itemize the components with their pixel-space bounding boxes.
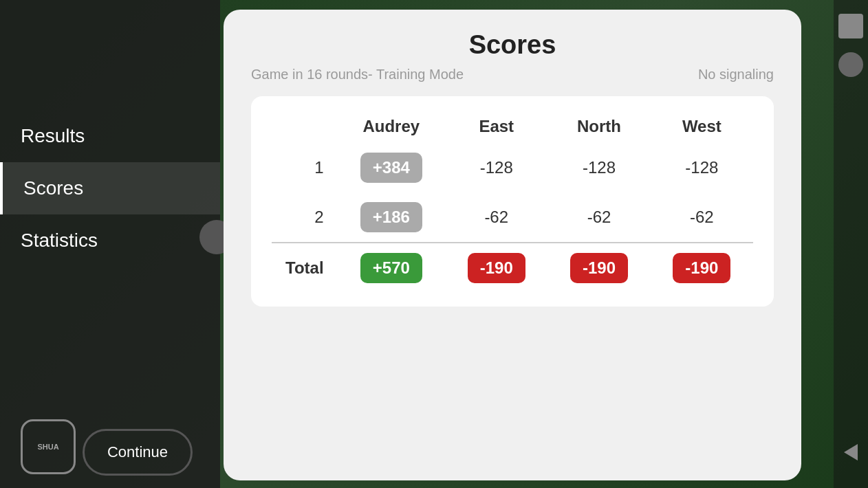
west-score-0: -128 <box>651 143 753 192</box>
west-total: -190 <box>651 243 753 293</box>
west-score-1: -62 <box>651 192 753 243</box>
app-logo: SHUA <box>21 419 76 474</box>
audrey-score-1: +186 <box>338 192 446 243</box>
table-row: 2 +186 -62 -62 -62 <box>272 192 753 243</box>
control-circle[interactable] <box>838 52 863 77</box>
sidebar-item-statistics[interactable]: Statistics <box>0 214 220 267</box>
continue-button[interactable]: Continue <box>83 429 193 476</box>
subtitle-right: No signaling <box>698 67 774 82</box>
round-number: 2 <box>272 192 338 243</box>
modal-subtitle: Game in 16 rounds- Training Mode No sign… <box>251 67 774 82</box>
table-row: 1 +384 -128 -128 -128 <box>272 143 753 192</box>
audrey-score-0: +384 <box>338 143 446 192</box>
col-header-audrey: Audrey <box>338 110 446 143</box>
col-header-east: East <box>445 110 547 143</box>
sidebar-scores-label: Scores <box>23 177 83 199</box>
sidebar-results-label: Results <box>21 125 85 146</box>
sidebar: Results Scores Statistics SHUA Continue <box>0 0 220 488</box>
north-score-1: -62 <box>547 192 650 243</box>
round-number: 1 <box>272 143 338 192</box>
col-header-north: North <box>547 110 650 143</box>
score-table-container: Audrey East North West 1 +384 -128 -128 … <box>251 96 774 307</box>
col-header-round <box>272 110 338 143</box>
col-header-west: West <box>651 110 753 143</box>
control-square[interactable] <box>838 14 863 38</box>
audrey-total: +570 <box>338 243 446 293</box>
sidebar-item-scores[interactable]: Scores <box>0 162 220 214</box>
modal-title: Scores <box>251 30 774 60</box>
east-score-1: -62 <box>445 192 547 243</box>
north-score-0: -128 <box>547 143 650 192</box>
control-back[interactable] <box>844 444 858 461</box>
total-label: Total <box>272 243 338 293</box>
east-total: -190 <box>445 243 547 293</box>
sidebar-item-results[interactable]: Results <box>0 110 220 162</box>
score-table: Audrey East North West 1 +384 -128 -128 … <box>272 110 753 293</box>
subtitle-left: Game in 16 rounds- Training Mode <box>251 67 464 82</box>
right-controls <box>834 0 868 488</box>
scores-modal: Scores Game in 16 rounds- Training Mode … <box>224 10 801 480</box>
north-total: -190 <box>547 243 650 293</box>
east-score-0: -128 <box>445 143 547 192</box>
totals-row: Total +570 -190 -190 -190 <box>272 243 753 293</box>
sidebar-statistics-label: Statistics <box>21 230 98 251</box>
